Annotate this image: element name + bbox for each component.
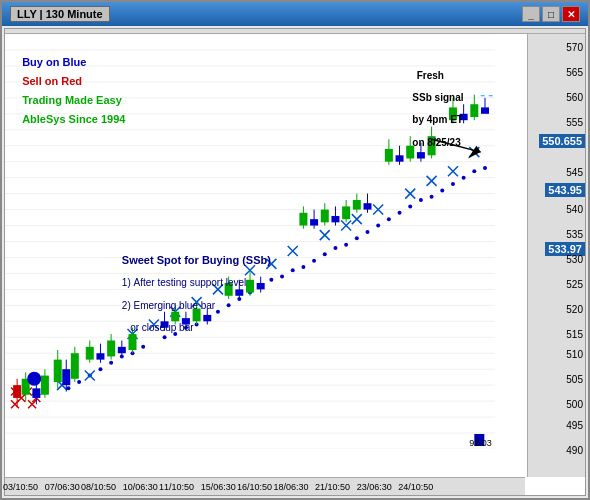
time-label: 15/06:30 xyxy=(201,482,236,492)
price-label: 530 xyxy=(566,254,583,265)
title-bar: LLY | 130 Minute _ □ ✕ xyxy=(2,2,588,26)
close-button[interactable]: ✕ xyxy=(562,6,580,22)
main-panel: 570565560555550.655545543.95540535533.97… xyxy=(4,28,586,496)
title-left: LLY | 130 Minute xyxy=(10,6,110,22)
time-label: 21/10:50 xyxy=(315,482,350,492)
price-label: 543.95 xyxy=(545,183,585,197)
chart-area: 570565560555550.655545543.95540535533.97… xyxy=(2,26,588,498)
price-label: 560 xyxy=(566,92,583,103)
price-label: 525 xyxy=(566,279,583,290)
price-label: 500 xyxy=(566,399,583,410)
time-label: 18/06:30 xyxy=(273,482,308,492)
price-label: 520 xyxy=(566,304,583,315)
time-label: 24/10:50 xyxy=(398,482,433,492)
maximize-button[interactable]: □ xyxy=(542,6,560,22)
price-label: 515 xyxy=(566,329,583,340)
time-label: 11/10:50 xyxy=(159,482,194,492)
time-label: 23/06:30 xyxy=(357,482,392,492)
window-controls: _ □ ✕ xyxy=(522,6,580,22)
price-label: 550.655 xyxy=(539,134,585,148)
price-axis: 570565560555550.655545543.95540535533.97… xyxy=(527,34,585,477)
time-label: 03/10:50 xyxy=(3,482,38,492)
time-axis: 03/10:5007/06:3008/10:5010/06:3011/10:50… xyxy=(5,477,525,495)
time-label: 16/10:50 xyxy=(237,482,272,492)
main-window: LLY | 130 Minute _ □ ✕ 570565560555550.6… xyxy=(0,0,590,500)
price-label: 540 xyxy=(566,204,583,215)
time-label: 10/06:30 xyxy=(123,482,158,492)
price-label: 545 xyxy=(566,167,583,178)
price-label: 570 xyxy=(566,42,583,53)
price-label: 495 xyxy=(566,420,583,431)
price-label: 490 xyxy=(566,445,583,456)
time-label: 07/06:30 xyxy=(45,482,80,492)
chart-body[interactable] xyxy=(5,34,527,477)
price-label: 565 xyxy=(566,67,583,78)
time-label: 08/10:50 xyxy=(81,482,116,492)
price-label: 510 xyxy=(566,349,583,360)
price-label: 555 xyxy=(566,117,583,128)
price-label: 505 xyxy=(566,374,583,385)
price-label: 535 xyxy=(566,229,583,240)
minimize-button[interactable]: _ xyxy=(522,6,540,22)
